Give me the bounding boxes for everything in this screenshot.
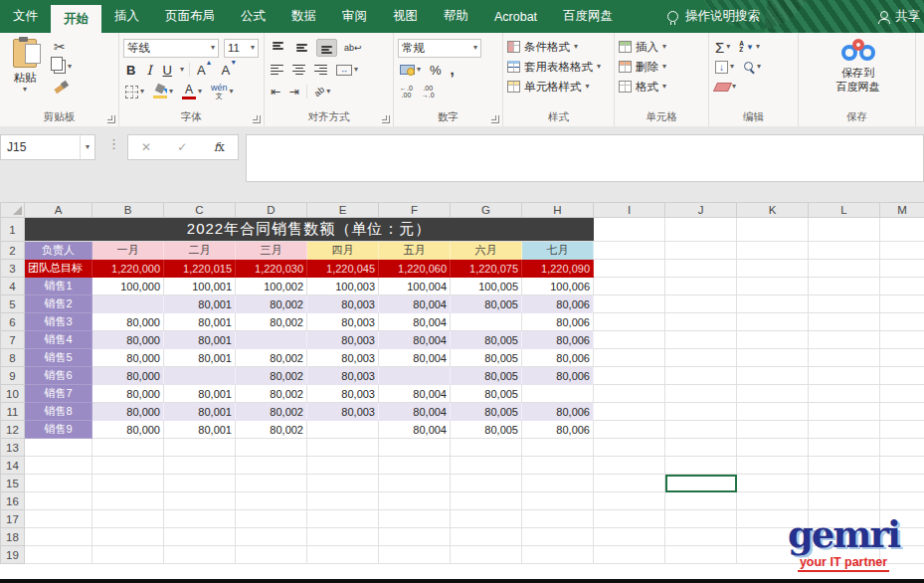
borders-button[interactable]: ▾ xyxy=(123,85,146,99)
select-all-button[interactable] xyxy=(1,203,25,218)
cell-A2[interactable]: 负责人 xyxy=(25,242,92,260)
cell-E15[interactable] xyxy=(307,475,379,492)
ribbon-tab-5[interactable]: 数据 xyxy=(278,0,329,33)
cell-D3[interactable]: 1,220,030 xyxy=(236,260,307,278)
cell-A7[interactable]: 销售4 xyxy=(25,331,92,349)
row-header-18[interactable]: 18 xyxy=(1,528,25,546)
cell-H2[interactable]: 七月 xyxy=(522,242,594,260)
phonetic-guide-button[interactable]: wén文▾ xyxy=(209,83,236,100)
cell-L16[interactable] xyxy=(809,492,880,510)
cell-L10[interactable] xyxy=(809,385,880,403)
cell-B8[interactable]: 80,000 xyxy=(92,349,164,367)
wrap-text-button[interactable]: ab↩ xyxy=(342,43,364,54)
cell-C3[interactable]: 1,220,015 xyxy=(164,260,236,278)
cell-C6[interactable]: 80,001 xyxy=(164,313,236,331)
row-header-19[interactable]: 19 xyxy=(1,546,25,564)
cell-C15[interactable] xyxy=(164,475,236,492)
cell-C19[interactable] xyxy=(164,546,236,564)
number-format-select[interactable]: 常规▾ xyxy=(398,39,481,58)
cell-J14[interactable] xyxy=(665,457,737,475)
font-dialog-launcher[interactable] xyxy=(253,115,261,123)
decrease-indent-button[interactable]: ⇤ xyxy=(269,84,282,99)
format-as-table-button[interactable]: 套用表格格式▾ xyxy=(507,57,612,77)
cell-J13[interactable] xyxy=(665,439,737,457)
decrease-font-button[interactable]: A▼ xyxy=(220,63,240,78)
paste-button[interactable]: 粘贴 ▾ xyxy=(4,37,46,94)
cell-F16[interactable] xyxy=(379,492,451,510)
cell-C10[interactable]: 80,001 xyxy=(164,385,236,403)
cell-E19[interactable] xyxy=(307,546,379,564)
cell-F4[interactable]: 100,004 xyxy=(379,278,451,295)
cell-K10[interactable] xyxy=(737,385,809,403)
cell-I10[interactable] xyxy=(594,385,665,403)
fill-color-button[interactable]: ▾ xyxy=(151,84,175,100)
cell-A18[interactable] xyxy=(25,528,92,546)
row-header-8[interactable]: 8 xyxy=(1,349,25,367)
cell-M15[interactable] xyxy=(880,475,924,492)
row-header-13[interactable]: 13 xyxy=(1,439,25,457)
formula-input[interactable] xyxy=(246,134,924,182)
cell-D5[interactable]: 80,002 xyxy=(236,295,307,313)
cell-B6[interactable]: 80,000 xyxy=(92,313,164,331)
cell-L7[interactable] xyxy=(809,331,880,349)
column-header-G[interactable]: G xyxy=(451,203,522,218)
row-header-17[interactable]: 17 xyxy=(1,510,25,528)
cell-H10[interactable] xyxy=(522,385,594,403)
cell-A3[interactable]: 团队总目标 xyxy=(25,260,92,278)
cell-L13[interactable] xyxy=(809,439,880,457)
cell-J1[interactable] xyxy=(665,218,737,242)
column-header-B[interactable]: B xyxy=(92,203,164,218)
cell-I1[interactable] xyxy=(594,218,665,242)
cell-D17[interactable] xyxy=(236,510,307,528)
cell-D7[interactable] xyxy=(236,331,307,349)
row-header-2[interactable]: 2 xyxy=(1,242,25,260)
cell-F8[interactable]: 80,004 xyxy=(379,349,451,367)
cell-K3[interactable] xyxy=(737,260,809,278)
cell-M2[interactable] xyxy=(880,242,924,260)
increase-decimal-button[interactable]: ←.0.00 xyxy=(398,84,415,99)
cell-K7[interactable] xyxy=(737,331,809,349)
cell-B13[interactable] xyxy=(92,439,164,457)
cell-I16[interactable] xyxy=(594,492,665,510)
cell-G4[interactable]: 100,005 xyxy=(451,278,522,295)
cell-I17[interactable] xyxy=(594,510,665,528)
cell-B18[interactable] xyxy=(92,528,164,546)
row-header-16[interactable]: 16 xyxy=(1,492,25,510)
cell-F17[interactable] xyxy=(379,510,451,528)
insert-function-button[interactable]: fx xyxy=(214,140,225,154)
cell-L4[interactable] xyxy=(809,278,880,295)
cell-J18[interactable] xyxy=(665,528,737,546)
cell-J15[interactable] xyxy=(665,475,737,492)
cell-J10[interactable] xyxy=(665,385,737,403)
cell-E16[interactable] xyxy=(307,492,379,510)
cell-A11[interactable]: 销售8 xyxy=(25,403,92,421)
alignment-dialog-launcher[interactable] xyxy=(382,115,390,123)
cell-D15[interactable] xyxy=(236,475,307,492)
row-header-1[interactable]: 1 xyxy=(1,218,25,242)
cell-D19[interactable] xyxy=(236,546,307,564)
cell-M5[interactable] xyxy=(880,295,924,313)
cell-D10[interactable]: 80,002 xyxy=(236,385,307,403)
column-header-C[interactable]: C xyxy=(164,203,236,218)
cell-D4[interactable]: 100,002 xyxy=(236,278,307,295)
cell-L2[interactable] xyxy=(809,242,880,260)
cell-J19[interactable] xyxy=(665,546,737,564)
cell-H15[interactable] xyxy=(522,475,594,492)
cut-button[interactable]: ✂ xyxy=(52,39,116,55)
cell-E3[interactable]: 1,220,045 xyxy=(307,260,379,278)
row-header-4[interactable]: 4 xyxy=(1,278,25,295)
cell-M10[interactable] xyxy=(880,385,924,403)
cell-M1[interactable] xyxy=(880,218,924,242)
number-dialog-launcher[interactable] xyxy=(491,115,499,123)
cell-J6[interactable] xyxy=(665,313,737,331)
cell-D16[interactable] xyxy=(236,492,307,510)
ribbon-tab-10[interactable]: 百度网盘 xyxy=(550,0,626,33)
cell-G18[interactable] xyxy=(451,528,522,546)
cell-F10[interactable]: 80,004 xyxy=(379,385,451,403)
cell-J9[interactable] xyxy=(665,367,737,385)
cell-F3[interactable]: 1,220,060 xyxy=(379,260,451,278)
cell-E13[interactable] xyxy=(307,439,379,457)
cell-F14[interactable] xyxy=(379,457,451,475)
cell-K6[interactable] xyxy=(737,313,809,331)
cell-I18[interactable] xyxy=(594,528,665,546)
